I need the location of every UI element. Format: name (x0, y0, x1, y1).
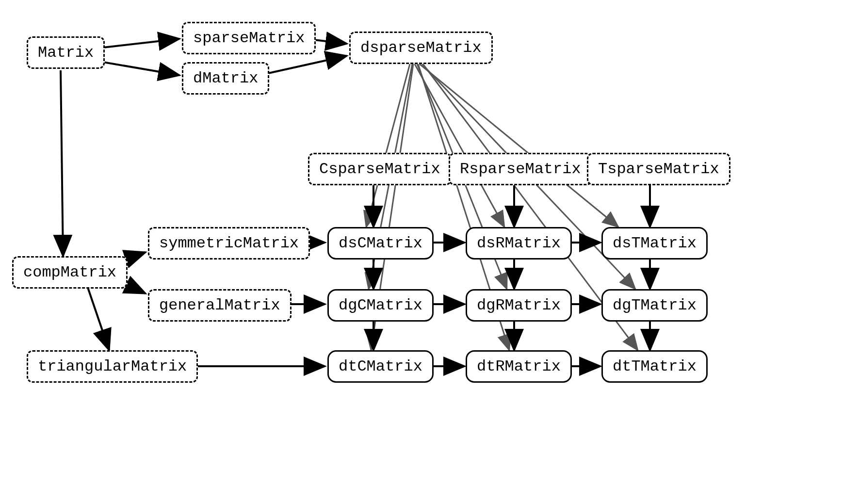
svg-line-8 (415, 64, 504, 227)
node-sparseMatrix: sparseMatrix (182, 22, 316, 54)
node-compMatrix: compMatrix (12, 256, 128, 289)
svg-line-7 (366, 64, 410, 227)
svg-line-4 (61, 70, 63, 256)
svg-line-2 (95, 39, 179, 49)
node-dgCMatrix: dgCMatrix (327, 289, 434, 322)
svg-line-6 (259, 56, 347, 75)
node-generalMatrix: generalMatrix (148, 289, 292, 322)
svg-line-3 (95, 61, 179, 75)
node-RsparseMatrix: RsparseMatrix (449, 153, 592, 185)
node-TsparseMatrix: TsparseMatrix (587, 153, 730, 185)
node-dsCMatrix: dsCMatrix (327, 227, 434, 260)
node-dgRMatrix: dgRMatrix (466, 289, 572, 322)
node-symmetricMatrix: symmetricMatrix (148, 227, 310, 260)
node-dsparseMatrix: dsparseMatrix (349, 32, 493, 64)
node-dgTMatrix: dgTMatrix (601, 289, 708, 322)
node-dtTMatrix: dtTMatrix (601, 350, 708, 383)
node-dtCMatrix: dtCMatrix (327, 350, 434, 383)
node-CsparseMatrix: CsparseMatrix (308, 153, 452, 185)
node-triangularMatrix: triangularMatrix (27, 350, 198, 383)
svg-line-9 (420, 64, 618, 227)
node-dMatrix: dMatrix (182, 62, 269, 95)
node-dsRMatrix: dsRMatrix (466, 227, 572, 260)
node-matrix: Matrix (27, 36, 105, 69)
svg-line-21 (87, 286, 109, 350)
node-dtRMatrix: dtRMatrix (466, 350, 572, 383)
node-dsTMatrix: dsTMatrix (601, 227, 708, 260)
